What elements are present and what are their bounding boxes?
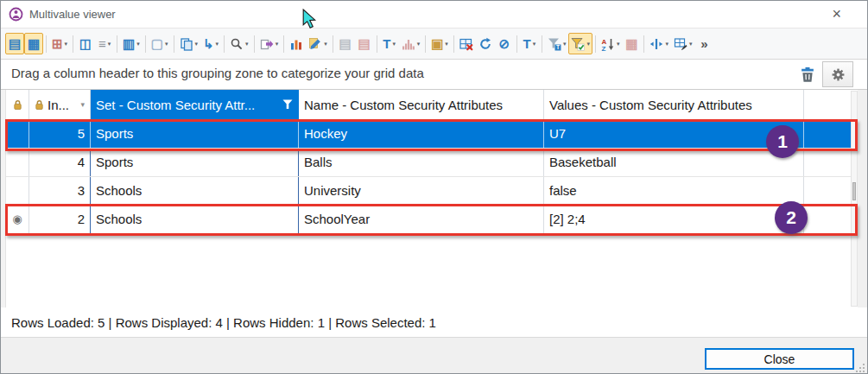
view-layout-grid-button[interactable]: ▦: [24, 33, 43, 54]
add-row-button[interactable]: ⊞▾: [49, 33, 70, 54]
selection-mode-button[interactable]: ▢▾: [149, 33, 171, 54]
dropdown-caret-icon: ▾: [195, 41, 199, 48]
cell-filler: [804, 120, 851, 148]
freeze-panes-button[interactable]: ▤: [336, 33, 355, 54]
toolbar-separator: [643, 35, 644, 53]
toolbar-separator: [254, 35, 255, 53]
grid-row[interactable]: 5SportsHockeyU7: [6, 120, 851, 149]
refresh-grid-icon: [478, 37, 492, 51]
cell-name[interactable]: SchoolYear: [299, 206, 544, 233]
cell-values[interactable]: [2] 2;4: [544, 206, 804, 233]
cell-name[interactable]: Hockey: [299, 120, 544, 148]
export-button[interactable]: ▾: [257, 33, 282, 54]
header-set[interactable]: Set - Custom Security Attr...: [91, 90, 299, 119]
row-indicator-cell[interactable]: [6, 177, 29, 205]
search-button[interactable]: ▾: [227, 33, 251, 54]
set-column-filter-icon[interactable]: [282, 99, 293, 110]
clear-grid-button[interactable]: [457, 33, 476, 54]
cell-index[interactable]: 5: [29, 120, 91, 148]
toolbar-separator: [425, 35, 426, 53]
dropdown-caret-icon: ▾: [108, 41, 111, 48]
selection-mode-icon: ▢: [151, 37, 163, 50]
row-merge-button[interactable]: ▦: [622, 33, 641, 54]
trash-icon[interactable]: [799, 66, 816, 83]
grid-row[interactable]: 3SchoolsUniversityfalse: [6, 177, 851, 206]
dropdown-caret-icon: ▾: [165, 41, 168, 48]
grid-row[interactable]: ◉2SchoolsSchoolYear[2] 2;4: [6, 206, 851, 234]
cell-set[interactable]: Sports: [91, 120, 299, 148]
toolbar-separator: [46, 35, 47, 53]
dropdown-caret-icon: ▾: [689, 41, 693, 48]
titlebar[interactable]: Multivalue viewer ×: [1, 1, 867, 28]
goto-row-button[interactable]: ↳▾: [200, 33, 221, 54]
toolbar-overflow-button[interactable]: »: [694, 33, 713, 54]
sort-az-button[interactable]: ▾: [599, 33, 623, 54]
window-close-icon[interactable]: ×: [832, 3, 841, 24]
toolbar-separator: [542, 35, 542, 53]
edit-button[interactable]: ▾: [306, 33, 330, 54]
header-index-label: In...: [48, 98, 69, 112]
grid-style-button[interactable]: ▾: [671, 33, 695, 54]
row-lines-icon: ≡: [98, 37, 106, 50]
header-row-lock[interactable]: [6, 90, 29, 119]
cell-name[interactable]: University: [299, 177, 544, 205]
grid-row[interactable]: 4SportsBallsBaseketball: [6, 149, 851, 177]
row-lines-button[interactable]: ≡▾: [95, 33, 114, 54]
header-index[interactable]: In... ▾: [29, 90, 91, 119]
lock-icon: [13, 99, 22, 111]
unfreeze-panes-button[interactable]: ▤: [355, 33, 374, 54]
toolbar-separator: [73, 35, 73, 53]
column-chooser-button[interactable]: ▥▾: [120, 33, 143, 54]
close-button[interactable]: Close: [705, 348, 854, 370]
view-layout-card-icon: ▤: [9, 37, 21, 50]
filter-checked-button[interactable]: ▾: [568, 33, 592, 54]
text-format-button[interactable]: T▾: [520, 33, 539, 54]
filter-text-button[interactable]: ▾: [545, 33, 569, 54]
merge-cells-button[interactable]: ▣▾: [428, 33, 451, 54]
goto-row-icon: ↳: [203, 37, 214, 50]
header-values[interactable]: Values - Custom Security Attributes: [544, 90, 804, 119]
data-grid: In... ▾ Set - Custom Security Attr... Na…: [6, 90, 851, 307]
cell-values[interactable]: Baseketball: [544, 149, 804, 176]
edit-icon: [308, 37, 322, 51]
grouping-zone[interactable]: Drag a column header to this grouping zo…: [1, 60, 867, 90]
sort-az-icon: [601, 37, 615, 51]
resize-grip[interactable]: [855, 363, 865, 373]
header-set-label: Set - Custom Security Attr...: [96, 98, 255, 112]
add-row-icon: ⊞: [52, 37, 63, 50]
toolbar: ▤▦⊞▾◫≡▾▥▾▢▾▾↳▾▾▾▾▤▤T▾▾▣▾⊘T▾▾▾▾▦▾▾»: [1, 28, 867, 60]
grid-settings-button[interactable]: [822, 61, 853, 87]
row-indicator-cell[interactable]: [6, 120, 29, 148]
header-name[interactable]: Name - Custom Security Attributes: [299, 90, 544, 119]
chart-button[interactable]: [287, 33, 306, 54]
row-indicator-cell[interactable]: ◉: [6, 206, 29, 233]
cell-name[interactable]: Balls: [299, 149, 544, 176]
dropdown-caret-icon: ▾: [65, 41, 68, 48]
cell-filler: [804, 149, 851, 176]
cell-set[interactable]: Schools: [91, 177, 299, 205]
text-to-date-button[interactable]: T▾: [380, 33, 399, 54]
vertical-scrollbar[interactable]: [851, 91, 858, 307]
distribution-button[interactable]: ▾: [399, 33, 423, 54]
cell-index[interactable]: 2: [29, 206, 91, 233]
auto-refresh-off-button[interactable]: ⊘: [495, 33, 514, 54]
view-layout-card-button[interactable]: ▤: [5, 33, 24, 54]
current-row-indicator-icon: ◉: [12, 206, 22, 233]
copy-button[interactable]: ▾: [177, 33, 201, 54]
cell-index[interactable]: 4: [29, 149, 91, 176]
column-width-button[interactable]: ▾: [647, 33, 671, 54]
toolbar-separator: [145, 35, 146, 53]
cell-index[interactable]: 3: [29, 177, 91, 205]
toolbar-separator: [174, 35, 174, 53]
dropdown-caret-icon: ▾: [563, 41, 567, 48]
index-header-dropdown-icon[interactable]: ▾: [80, 100, 85, 109]
cell-values[interactable]: false: [544, 177, 804, 205]
row-indicator-cell[interactable]: [6, 149, 29, 176]
cell-values[interactable]: U7: [544, 120, 804, 148]
cell-set[interactable]: Schools: [91, 206, 299, 233]
cell-set[interactable]: Sports: [91, 149, 299, 176]
dropdown-caret-icon: ▾: [445, 41, 448, 48]
scrollbar-thumb[interactable]: [852, 182, 856, 200]
date-time-grid-button[interactable]: ◫: [76, 33, 95, 54]
refresh-grid-button[interactable]: [476, 33, 495, 54]
